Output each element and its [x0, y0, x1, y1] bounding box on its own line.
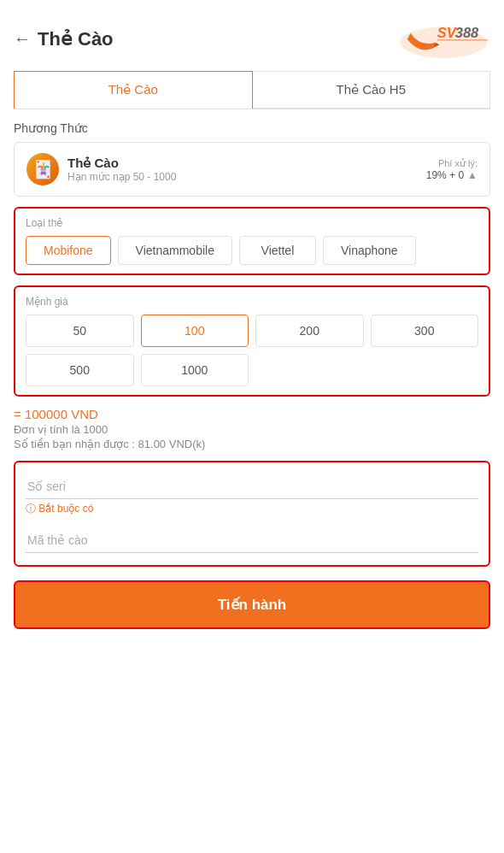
chevron-up-icon: ▲ — [467, 169, 478, 181]
logo: SV 388 — [396, 15, 490, 62]
section-phuong-thuc-label: Phương Thức — [14, 121, 490, 135]
carrier-viettel[interactable]: Viettel — [239, 236, 316, 265]
required-icon: ⓘ — [26, 503, 38, 515]
svg-text:388: 388 — [455, 25, 479, 40]
menh-gia-section: Mệnh giá 50 100 200 300 500 1000 — [14, 285, 490, 397]
denom-300[interactable]: 300 — [371, 315, 479, 347]
so-seri-row: ⓘ Bắt buộc có — [26, 474, 478, 516]
method-fee: Phí xử lý: 19% + 0 ▲ — [426, 158, 478, 181]
denom-grid: 50 100 200 300 500 1000 — [26, 315, 478, 386]
denom-500[interactable]: 500 — [26, 354, 134, 386]
back-button[interactable]: ← — [14, 29, 31, 49]
so-seri-input[interactable] — [26, 474, 478, 499]
carrier-vinaphone[interactable]: Vinaphone — [323, 236, 416, 265]
method-name: Thẻ Cào — [67, 156, 176, 171]
logo-svg: SV 388 — [396, 15, 490, 62]
page-title: Thẻ Cào — [38, 28, 114, 50]
tab-the-cao-h5[interactable]: Thẻ Cào H5 — [253, 71, 491, 109]
fee-label: Phí xử lý: — [426, 158, 478, 169]
loai-the-section: Loại thẻ Mobifone Vietnammobile Viettel … — [14, 207, 490, 275]
denom-1000[interactable]: 1000 — [141, 354, 249, 386]
loai-the-label: Loại thẻ — [26, 217, 478, 229]
carrier-mobifone[interactable]: Mobifone — [26, 236, 111, 265]
denom-50[interactable]: 50 — [26, 315, 134, 347]
so-seri-required: ⓘ Bắt buộc có — [26, 502, 478, 516]
header-left: ← Thẻ Cào — [14, 28, 114, 50]
carrier-vietnammobile[interactable]: Vietnammobile — [118, 236, 232, 265]
fee-value: 19% + 0 — [426, 169, 464, 181]
carrier-grid: Mobifone Vietnammobile Viettel Vinaphone — [26, 236, 478, 265]
input-section: ⓘ Bắt buộc có — [14, 461, 490, 567]
tab-the-cao[interactable]: Thẻ Cào — [14, 71, 253, 109]
method-card-left: 🃏 Thẻ Cào Hạn mức nạp 50 - 1000 — [26, 153, 176, 185]
header: ← Thẻ Cào SV 388 — [0, 0, 504, 71]
method-icon: 🃏 — [26, 153, 59, 185]
ma-the-cao-row — [26, 528, 478, 553]
method-card[interactable]: 🃏 Thẻ Cào Hạn mức nạp 50 - 1000 Phí xử l… — [14, 142, 490, 197]
denom-100[interactable]: 100 — [141, 315, 249, 347]
svg-rect-3 — [437, 39, 489, 41]
selected-value-display: = 100000 VND — [14, 407, 490, 421]
method-info: Thẻ Cào Hạn mức nạp 50 - 1000 — [67, 156, 176, 183]
submit-button[interactable]: Tiến hành — [14, 580, 490, 629]
ma-the-cao-input[interactable] — [26, 528, 478, 553]
menh-gia-label: Mệnh giá — [26, 296, 478, 308]
denom-200[interactable]: 200 — [255, 315, 364, 347]
receive-text: Số tiền bạn nhận được : 81.00 VND(k) — [14, 438, 490, 450]
method-sub: Hạn mức nạp 50 - 1000 — [67, 171, 176, 183]
unit-text: Đơn vị tính là 1000 — [14, 423, 490, 436]
tabs-bar: Thẻ Cào Thẻ Cào H5 — [14, 71, 490, 109]
